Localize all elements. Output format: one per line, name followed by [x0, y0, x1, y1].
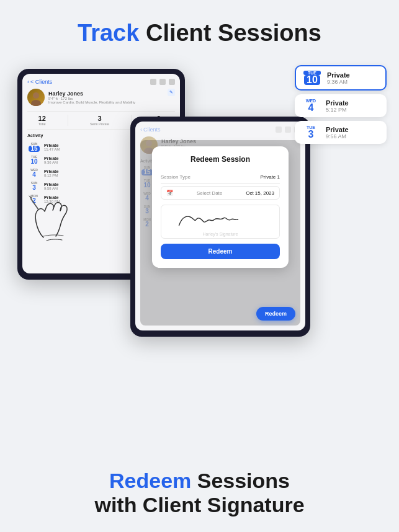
svg-line-4	[31, 199, 38, 210]
chart-icon[interactable]	[159, 79, 166, 85]
client-header: Harley Jones 5'4" ft · 172 lbs Improve C…	[27, 89, 175, 106]
more-icon[interactable]	[169, 79, 175, 85]
redeem-float-button[interactable]: Redeem	[256, 307, 295, 321]
session-info-1: Private 9:36 AM	[327, 71, 350, 85]
activity-badge-15: SUN 15	[27, 142, 41, 152]
signature-label: Harley's Signature	[203, 232, 238, 236]
session-badge-1: TUE 10	[303, 71, 321, 85]
session-type-value: Private 1	[260, 174, 280, 180]
back-button[interactable]: ‹ < Clients	[27, 79, 52, 85]
stat-semi-value: 3	[90, 115, 109, 122]
date-picker[interactable]: 📅 Select Date Oct 15, 2023	[161, 186, 280, 200]
right-screen-content: ‹ Clients	[135, 122, 305, 330]
session-badge-2: WED 4	[302, 99, 320, 113]
activity-badge-10: TUE 10	[27, 155, 41, 165]
stat-semi: 3 Semi Private	[90, 115, 109, 126]
date-value: Oct 15, 2023	[246, 190, 274, 196]
nav-icons	[150, 79, 175, 85]
redeem-modal: Redeem Session Session Type Private 1 📅 …	[152, 146, 289, 268]
redeem-modal-button[interactable]: Redeem	[161, 244, 280, 259]
right-nav: ‹ Clients	[140, 126, 300, 133]
calendar-icon-modal: 📅	[166, 190, 173, 196]
chevron-left-icon: ‹	[140, 126, 142, 133]
session-badge-3: TUE 3	[302, 125, 320, 140]
session-info-3: Private 9:56 AM	[326, 126, 349, 140]
right-tablet: ‹ Clients	[130, 117, 310, 337]
client-name: Harley Jones	[48, 91, 135, 97]
footer-sessions: Sessions	[191, 469, 290, 492]
signature-box[interactable]: Harley's Signature	[161, 205, 280, 239]
divider-1	[68, 115, 68, 126]
title-track: Track	[78, 20, 139, 46]
session-card-2[interactable]: WED 4 Private 5:12 PM	[295, 94, 387, 117]
chevron-left-icon: ‹	[27, 79, 29, 85]
chart-icon-r[interactable]	[285, 126, 291, 133]
svg-marker-5	[29, 195, 32, 199]
session-card-1[interactable]: TUE 10 Private 9:36 AM	[295, 65, 387, 91]
hand-illustration	[12, 188, 93, 244]
activity-text-10: Private 9:36 AM	[44, 156, 58, 164]
tablets-area: ‹ < Clients	[0, 58, 399, 330]
left-nav: ‹ < Clients	[27, 79, 175, 85]
right-screen: ‹ Clients	[135, 122, 305, 330]
session-cards: TUE 10 Private 9:36 AM WED 4 Private 5:1…	[295, 65, 387, 144]
activity-badge-4: WED 4	[27, 168, 41, 178]
header-section: Track Client Sessions	[0, 0, 399, 53]
stat-total-value: 12	[38, 115, 46, 122]
client-goals: Improve Cardio, Build Muscle, Flexibilit…	[48, 100, 135, 104]
svg-point-0	[33, 92, 39, 99]
stat-total-label: Total	[38, 122, 46, 126]
activity-label: Activity	[27, 133, 43, 138]
session-card-3[interactable]: TUE 3 Private 9:56 AM	[295, 121, 387, 144]
calendar-icon[interactable]	[150, 79, 156, 85]
activity-text-4: Private 8:12 PM	[44, 169, 58, 177]
activity-text-15: Private 11:47 AM	[44, 143, 60, 151]
session-type-field: Session Type Private 1	[161, 171, 280, 184]
svg-point-1	[31, 100, 41, 106]
modal-title: Redeem Session	[161, 155, 280, 164]
footer-section: Redeem Sessions with Client Signature	[0, 469, 399, 517]
client-info: Harley Jones 5'4" ft · 172 lbs Improve C…	[48, 91, 135, 104]
calendar-icon-r[interactable]	[276, 126, 282, 133]
session-info-2: Private 5:12 PM	[326, 99, 349, 113]
footer-redeem: Redeem	[109, 469, 191, 492]
title-client-sessions: Client Sessions	[139, 20, 321, 46]
stat-semi-label: Semi Private	[90, 122, 109, 126]
edit-icon[interactable]: ✎	[168, 89, 175, 96]
session-type-label: Session Type	[161, 174, 191, 180]
signature-drawing	[161, 207, 279, 232]
right-back-button[interactable]: ‹ Clients	[140, 126, 161, 133]
hand-drawing	[12, 188, 93, 244]
date-placeholder: Select Date	[197, 190, 222, 196]
modal-overlay: Redeem Session Session Type Private 1 📅 …	[140, 140, 300, 326]
avatar	[27, 89, 45, 106]
footer-line2: with Client Signature	[0, 493, 399, 517]
stat-total: 12 Total	[38, 115, 46, 126]
